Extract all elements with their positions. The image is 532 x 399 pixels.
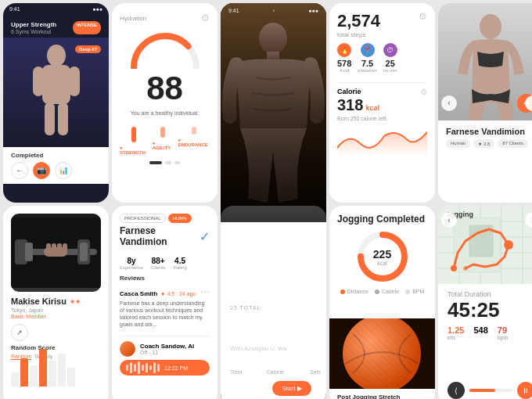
pause-button[interactable]: ⏸ bbox=[517, 382, 532, 399]
user-image bbox=[11, 214, 101, 292]
orange-ball-image bbox=[329, 318, 435, 389]
ball-texture bbox=[329, 318, 435, 389]
card1-top-bar: Upper Strength 6 Syms Workout INTENSE bbox=[3, 15, 109, 38]
hydration-label: Hydration bbox=[120, 15, 146, 22]
nav-indicators bbox=[149, 161, 181, 164]
chevron-left-3[interactable]: ‹ bbox=[273, 8, 275, 13]
svg-rect-19 bbox=[52, 243, 56, 251]
card-jogging-stats: Jogging Completed 225 kcal Distance Calo… bbox=[329, 206, 435, 399]
jogging-legend: Distance Calorie BPM bbox=[337, 289, 427, 294]
health-score: 88 bbox=[146, 72, 183, 105]
hydration-gauge bbox=[130, 30, 200, 69]
svg-rect-5 bbox=[58, 102, 68, 135]
more-icon[interactable]: ⋯ bbox=[200, 286, 210, 297]
rating-stat: 4.5 Rating bbox=[173, 257, 186, 270]
time-stat: ⏱ 25 mi.min bbox=[383, 43, 397, 73]
svg-rect-14 bbox=[25, 243, 33, 261]
overlay bbox=[221, 3, 326, 222]
intense-badge: INTENSE bbox=[73, 21, 101, 34]
reviewer-header: Casca Smith ★ 4.5 · 24 ago ⋯ bbox=[120, 285, 210, 299]
card-back-workout: 9:41 ‹ ●●● bbox=[221, 3, 326, 399]
km-stat: 📍 7.5 kilometer bbox=[358, 43, 376, 73]
user-info: Makise Kirisu ★★ Tokyo, Japan Basic Memb… bbox=[11, 297, 101, 386]
progress-bar bbox=[469, 389, 512, 392]
coach-row: Coach Sandow, Al Off - 11 bbox=[120, 341, 210, 357]
skip-back-button[interactable]: ⟨ bbox=[448, 382, 465, 399]
trainer-reviews-header: PROFESSIONAL HUMN Farnese Vandimion ✓ bbox=[120, 214, 210, 247]
calorie-value-row: 318 kcal bbox=[337, 96, 427, 114]
svg-rect-16 bbox=[80, 243, 88, 261]
endurance-bar: ● ENDURANCE bbox=[178, 127, 210, 155]
status-bar-3: 9:41 ‹ ●●● bbox=[221, 3, 326, 18]
orange-badge: Deep 07 bbox=[75, 45, 101, 53]
metric-bars: ● STRENGTH ● AGILITY ● ENDURANCE bbox=[120, 127, 210, 155]
back-icon[interactable]: ← bbox=[11, 162, 28, 179]
athlete-image: Deep 07 bbox=[3, 38, 109, 147]
fire-icon: 🔥 bbox=[337, 43, 351, 57]
timer-icon: ⏱ bbox=[383, 43, 397, 57]
card-trainer-reviews: PROFESSIONAL HUMN Farnese Vandimion ✓ 8y… bbox=[112, 206, 217, 399]
steps-sub-stats: 🔥 578 Kcal 📍 7.5 kilometer ⏱ 25 mi.min bbox=[337, 43, 427, 73]
time-stat: 68min Time bbox=[230, 358, 257, 375]
barbell-svg bbox=[11, 217, 101, 288]
calorie-settings-icon[interactable]: ⚙ bbox=[420, 88, 427, 96]
card-form-analysis: 9:41 ●●● Upper Strength 6 Syms Workout I… bbox=[3, 3, 109, 203]
jogging-ring: 225 kcal bbox=[355, 229, 410, 284]
trainer-name-row: Farnese Vandimion bbox=[446, 127, 532, 136]
card-user-profile: Makise Kirisu ★★ Tokyo, Japan Basic Memb… bbox=[3, 206, 109, 399]
share-icon[interactable]: ↗ bbox=[11, 324, 28, 341]
workout-info: 25 TOTAL Back Workout With Azuayan U. Wa… bbox=[221, 296, 326, 399]
svg-rect-18 bbox=[46, 243, 51, 251]
reviewer-name: Casca Smith ★ 4.5 · 24 ago bbox=[120, 285, 196, 299]
progress-fill bbox=[469, 389, 495, 392]
user-social-icons: ↗ bbox=[11, 324, 101, 341]
strength-bar: ● STRENGTH bbox=[120, 127, 148, 155]
clients-stat: 88+ Clients bbox=[151, 257, 165, 270]
athlete-silhouette bbox=[25, 41, 88, 143]
status-signal-3: ●●● bbox=[308, 8, 318, 13]
trainer-tags: Human ★ 2.8 87 Clients bbox=[446, 139, 532, 148]
jog-sub-stats: 1.25 km 548 79 bpm bbox=[448, 325, 532, 340]
start-button[interactable]: Start ▶ bbox=[272, 381, 311, 396]
experience-stat: 8y Experience bbox=[120, 257, 143, 270]
bottom-icons: ← 📷 📊 bbox=[11, 162, 101, 179]
card-health-score: Hydration ⚙ 88 You are a healthy individ… bbox=[112, 3, 217, 203]
review-item: Casca Smith ★ 4.5 · 24 ago ⋯ Farnese has… bbox=[120, 285, 210, 328]
steps-settings-icon[interactable]: ⚙ bbox=[419, 11, 427, 22]
card4-header: 2,574 total steps ⚙ bbox=[337, 11, 427, 38]
kcal-stat: 🔥 578 Kcal bbox=[337, 43, 351, 73]
svg-rect-20 bbox=[57, 243, 62, 251]
svg-rect-1 bbox=[42, 65, 70, 104]
card1-title: Upper Strength 6 Syms Workout bbox=[11, 21, 56, 34]
svg-point-10 bbox=[480, 14, 501, 39]
workout-stats: 68min Time 264kcal Calorie 3x4 Sets bbox=[230, 358, 317, 375]
coach-info: Coach Sandow, Al Off - 11 bbox=[140, 343, 194, 355]
jogging-top: Jogging Completed 225 kcal Distance Calo… bbox=[329, 206, 435, 318]
time-1: 9:41 bbox=[9, 6, 20, 12]
user-name-row: Makise Kirisu ★★ bbox=[11, 297, 101, 306]
jog-controls: ⟨ ⏸ bbox=[438, 382, 532, 399]
coach-avatar bbox=[120, 341, 135, 357]
steps-count-stat: 548 bbox=[473, 325, 487, 340]
svg-point-39 bbox=[463, 266, 468, 271]
card-jogging-map: Jogging ‹ › Total Duration 45:25 1.25 km… bbox=[438, 206, 532, 399]
calorie-wave-svg bbox=[337, 124, 427, 156]
svg-rect-21 bbox=[63, 243, 67, 251]
gauge-svg bbox=[130, 30, 200, 69]
chevron-left-map[interactable]: ‹ bbox=[441, 212, 457, 228]
trainer-stats: 8y Experience 88+ Clients 4.5 Rating bbox=[120, 257, 210, 270]
details-button[interactable]: Details bbox=[230, 381, 268, 396]
calorie-chart bbox=[337, 124, 427, 156]
calorie-header: Calorie ⚙ bbox=[337, 88, 427, 96]
settings-icon[interactable]: ⚙ bbox=[201, 13, 210, 23]
svg-rect-2 bbox=[33, 66, 44, 96]
chart-icon[interactable]: 📊 bbox=[55, 162, 72, 179]
card2-header: Hydration ⚙ bbox=[120, 13, 210, 23]
chevron-left-trainer[interactable]: ‹ bbox=[441, 95, 457, 111]
distance-stat: 1.25 km bbox=[448, 325, 464, 340]
camera-icon[interactable]: 📷 bbox=[33, 162, 50, 179]
score-chart bbox=[11, 363, 101, 386]
location-icon: 📍 bbox=[361, 43, 375, 57]
card-trainer: ‹ › + Farnese Vandim bbox=[438, 3, 532, 203]
coach-section: Coach Sandow, Al Off - 11 12:22 PM bbox=[120, 336, 210, 376]
